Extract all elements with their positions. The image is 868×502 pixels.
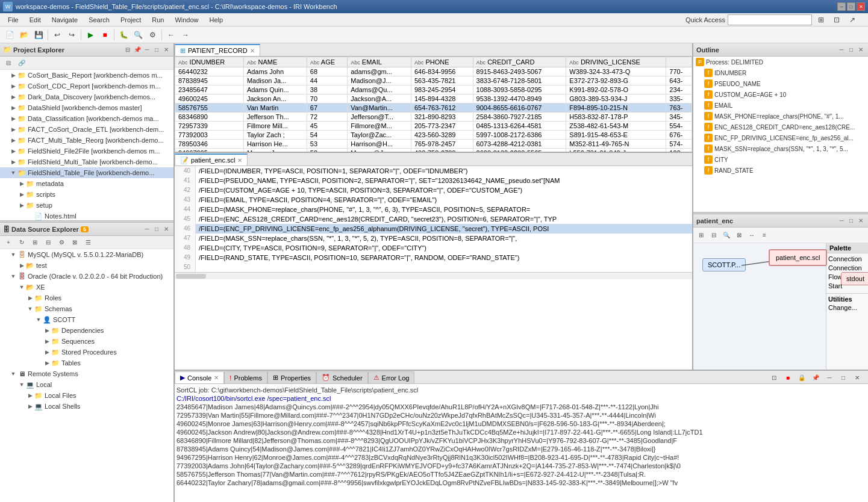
open-btn[interactable]: 📂 xyxy=(17,28,31,42)
ds-maximize-btn[interactable]: □ xyxy=(152,225,161,234)
diagram-maximize-btn[interactable]: □ xyxy=(847,217,855,225)
console-stop-btn[interactable]: ■ xyxy=(782,371,794,383)
ds-settings-btn[interactable]: ⚙ xyxy=(55,237,67,249)
console-clear-btn[interactable]: ⊡ xyxy=(768,371,780,383)
outline-item[interactable]: fMASK_PHONE=replace_chars(PHONE, "#", 1.… xyxy=(693,111,868,122)
tree-item-notes[interactable]: ▶ 📄 Notes.html xyxy=(0,211,173,220)
dg-palette-toggle-btn[interactable]: ≡ xyxy=(758,229,770,241)
ds-local-shells[interactable]: ▶ 💻 Local Shells xyxy=(0,401,173,412)
ds-schemas[interactable]: ▼ 📁 Schemas xyxy=(0,303,173,314)
node-main[interactable]: patient_enc.scl xyxy=(769,249,827,266)
ds-remote[interactable]: ▼ 🖥 Remote Systems xyxy=(0,368,173,379)
run-btn[interactable]: ▶ xyxy=(84,28,97,42)
outline-tree[interactable]: PProcess: DELIMITEDfIDNUMBERfPSEUDO_NAME… xyxy=(693,57,868,212)
outline-item[interactable]: fPSEUDO_NAME xyxy=(693,78,868,89)
search-tool-btn[interactable]: 🔍 xyxy=(131,28,145,42)
save-btn[interactable]: 💾 xyxy=(32,28,45,42)
dg-layout-btn[interactable]: ⊟ xyxy=(708,229,720,241)
undo-btn[interactable]: ↩ xyxy=(51,28,64,42)
ds-sequences[interactable]: ▶ 📁 Sequences xyxy=(0,336,173,347)
outline-minimize-btn[interactable]: ─ xyxy=(837,46,846,54)
minimize-button[interactable]: ─ xyxy=(837,2,846,11)
menu-window[interactable]: Window xyxy=(170,15,203,25)
tab-console[interactable]: ▶ Console ✕ xyxy=(175,371,224,383)
console-scroll-lock-btn[interactable]: 🔒 xyxy=(796,371,808,383)
project-tree[interactable]: ▶ 📁 CoSort_Basic_Report [workbench-demos… xyxy=(0,70,173,220)
outline-maximize-btn[interactable]: □ xyxy=(847,46,855,54)
toolbar-icon-1[interactable]: ⊞ xyxy=(814,13,828,26)
ds-oracle-xe[interactable]: ▼ 📂 XE xyxy=(0,282,173,293)
outline-close-btn[interactable]: ✕ xyxy=(857,46,865,54)
diagram-controls[interactable]: ─ □ ✕ xyxy=(837,217,865,225)
collapse-all-btn[interactable]: ⊟ xyxy=(123,46,132,54)
ds-list-btn[interactable]: ☰ xyxy=(82,237,94,249)
minimize-panel-btn[interactable]: ─ xyxy=(143,46,151,54)
tree-item-dark-data[interactable]: ▶ 📁 Dark_Data_Discovery [workbench-demos… xyxy=(0,91,173,102)
code-tab-close[interactable]: ✕ xyxy=(237,157,242,164)
menu-search[interactable]: Search xyxy=(84,15,114,25)
table-row[interactable]: 77392003Taylor Zach ;54Taylor@Zac...423-… xyxy=(175,131,692,140)
quick-access-input[interactable] xyxy=(728,14,812,25)
tree-item-metadata[interactable]: ▶ 📁 metadata xyxy=(0,178,173,189)
table-row[interactable]: 87838945Madison Ja...44Madison@J...563-4… xyxy=(175,76,692,85)
tree-item-datashield[interactable]: ▶ 📁 DataShield [workbench-demos master] xyxy=(0,102,173,113)
outline-item[interactable]: fCITY xyxy=(693,154,868,165)
settings-btn[interactable]: ⚙ xyxy=(146,28,159,42)
ds-local[interactable]: ▼ 💻 Local xyxy=(0,379,173,390)
new-btn[interactable]: 📄 xyxy=(3,28,16,42)
pin-btn[interactable]: 📌 xyxy=(133,46,142,54)
menu-project[interactable]: Project xyxy=(116,15,146,25)
ds-collapse-btn[interactable]: ⊟ xyxy=(42,237,54,249)
dg-connection-btn[interactable]: ⊞ xyxy=(695,229,707,241)
table-row[interactable]: 68346890Jefferson Th...72Jefferson@T...3… xyxy=(175,113,692,122)
dg-expand-btn[interactable]: ↔ xyxy=(746,229,758,241)
outline-item[interactable]: fENC_AES128_CREDIT_CARD=enc_aes128(CRE..… xyxy=(693,122,868,132)
console-tab-close[interactable]: ✕ xyxy=(214,374,219,381)
ds-minimize-btn[interactable]: ─ xyxy=(143,225,151,234)
ds-new-btn[interactable]: + xyxy=(2,237,14,249)
table-row[interactable]: 23485647Adams Quin...38Adams@Qu...983-24… xyxy=(175,85,692,95)
close-panel-btn[interactable]: ✕ xyxy=(162,46,170,54)
ds-stored-procs[interactable]: ▶ 📁 Stored Procedures xyxy=(0,347,173,358)
dg-zoom-btn[interactable]: 🔍 xyxy=(720,229,732,241)
ds-refresh-btn[interactable]: ↻ xyxy=(16,237,28,249)
console-close-btn[interactable]: ✕ xyxy=(851,371,863,383)
ds-scott[interactable]: ▼ 👤 SCOTT xyxy=(0,314,173,325)
outline-item[interactable]: fEMAIL xyxy=(693,100,868,111)
data-source-tree[interactable]: ▼ 🗄 MySQL (MySQL v. 5.5.0.1.22-MariaDB) … xyxy=(0,249,173,502)
outline-item[interactable]: fCUSTOM_AGE=AGE + 10 xyxy=(693,89,868,100)
tree-item-dataclass[interactable]: ▶ 📁 Data_Classification [workbench-demos… xyxy=(0,113,173,124)
table-row[interactable]: 94967295Monroe Jam...52Monroe@Ja...433-7… xyxy=(175,149,692,153)
back-btn[interactable]: ← xyxy=(164,28,178,42)
project-explorer-controls[interactable]: ⊟ 📌 ─ □ ✕ xyxy=(123,46,170,54)
tab-close[interactable]: ✕ xyxy=(250,48,255,54)
outline-item[interactable]: fIDNUMBER xyxy=(693,67,868,78)
menu-file[interactable]: File xyxy=(3,15,23,25)
menu-navigate[interactable]: Navigate xyxy=(47,15,83,25)
outline-controls[interactable]: ─ □ ✕ xyxy=(837,46,865,54)
maximize-panel-btn[interactable]: □ xyxy=(152,46,161,54)
tree-item-setup[interactable]: ▶ 📁 setup xyxy=(0,200,173,211)
horizontal-scrollbar[interactable] xyxy=(175,272,692,279)
tab-patient-enc[interactable]: 📝 patient_enc.scl ✕ xyxy=(175,153,248,166)
proj-collapse-btn[interactable]: ⊟ xyxy=(2,57,14,69)
dg-fit-btn[interactable]: ⊠ xyxy=(733,229,745,241)
tree-item-fs-multi-table[interactable]: ▶ 📁 FieldShield_Multi_Table [workbench-d… xyxy=(0,156,173,167)
tree-item-scripts[interactable]: ▶ 📁 scripts xyxy=(0,189,173,200)
tab-scheduler[interactable]: ⏰ Scheduler xyxy=(316,371,368,383)
data-table-container[interactable]: Abc IDNUMBER Abc NAME Abc AGE Abc EMAIL … xyxy=(175,57,692,153)
tree-item-fact-cosort[interactable]: ▶ 📁 FACT_CoSort_Oracle_ETL [workbench-de… xyxy=(0,124,173,135)
node-stdout[interactable]: stdout xyxy=(841,272,868,285)
redo-btn[interactable]: ↪ xyxy=(65,28,78,42)
toolbar-icon-2[interactable]: ⊡ xyxy=(830,13,843,26)
console-pin-btn[interactable]: 📌 xyxy=(810,371,822,383)
ds-mysql-test[interactable]: ▶ 📂 test xyxy=(0,260,173,271)
tab-properties[interactable]: ⊞ Properties xyxy=(267,371,316,383)
ds-dependencies[interactable]: ▶ 📁 Dependencies xyxy=(0,325,173,336)
tree-item-cosort-cdc[interactable]: ▶ 📁 CoSort_CDC_Report [workbench-demos m… xyxy=(0,81,173,91)
proj-link-btn[interactable]: 🔗 xyxy=(16,57,28,69)
ds-layout-btn[interactable]: ⊠ xyxy=(69,237,81,249)
data-source-controls[interactable]: ─ □ ✕ xyxy=(143,225,170,234)
ds-close-btn[interactable]: ✕ xyxy=(162,225,170,234)
console-content[interactable]: SortCL job: C:\git\workbench-demos\Field… xyxy=(175,384,868,502)
